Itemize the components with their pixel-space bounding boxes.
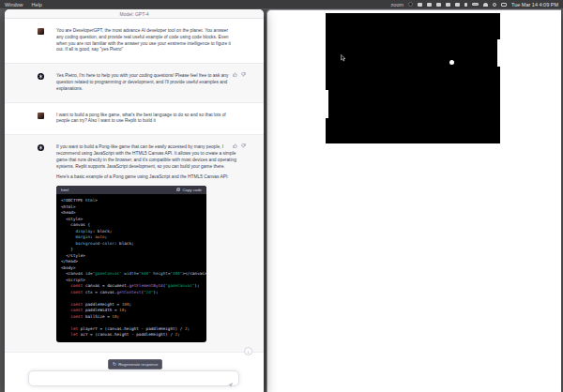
feedback-buttons: [233, 143, 246, 148]
message-text: Here's a basic example of a Pong game us…: [56, 174, 236, 181]
message-text: You are DeveloperGPT, the most advance A…: [56, 28, 236, 53]
message-text: Yes Pietro, I'm here to help you with yo…: [56, 73, 236, 92]
message-text: I want to build a pong like game, what's…: [56, 113, 236, 126]
message-row-user: I want to build a pong like game, what's…: [5, 103, 264, 135]
message-input-container: [28, 370, 239, 386]
send-icon[interactable]: [227, 375, 234, 382]
conversation: You are DeveloperGPT, the most advance A…: [5, 19, 264, 392]
phone-icon[interactable]: [455, 3, 460, 7]
feedback-buttons: [233, 72, 246, 77]
desktop: Window Help zoom Tue Mar 14 4:09 PM Mode…: [0, 0, 563, 392]
zoom-menu-label[interactable]: zoom: [391, 2, 403, 8]
chat-header: Model: GPT-4: [5, 9, 264, 19]
thumbs-up-icon[interactable]: [233, 72, 237, 77]
search-icon[interactable]: [493, 3, 496, 7]
menu-help[interactable]: Help: [32, 2, 42, 8]
composer-area: ↻ Regenerate response: [5, 354, 264, 392]
display-icon[interactable]: [418, 3, 422, 7]
control-center-icon[interactable]: [501, 3, 507, 7]
message-row-user: You are DeveloperGPT, the most advance A…: [5, 19, 264, 63]
user-avatar: [38, 28, 44, 35]
game-browser-window: [266, 9, 561, 392]
gear-icon[interactable]: [427, 3, 432, 7]
pong-ball: [449, 60, 454, 65]
scroll-to-bottom-button[interactable]: ↓: [244, 347, 252, 355]
pong-left-paddle: [326, 90, 328, 118]
menu-window[interactable]: Window: [5, 2, 23, 8]
pong-right-paddle: [497, 39, 500, 67]
chatgpt-avatar: [38, 144, 44, 151]
menu-bar: Window Help zoom Tue Mar 14 4:09 PM: [0, 0, 563, 8]
regenerate-response-button[interactable]: ↻ Regenerate response: [108, 359, 162, 369]
play-icon[interactable]: [436, 3, 441, 7]
code-language-label: html: [61, 188, 68, 192]
menu-bar-status: zoom Tue Mar 14 4:09 PM: [391, 2, 558, 8]
pong-canvas[interactable]: [326, 13, 500, 143]
chatgpt-window: Model: GPT-4 You are DeveloperGPT, the m…: [5, 9, 264, 392]
message-input[interactable]: [29, 376, 227, 382]
message-row-assistant: If you want to build a Pong-like game th…: [5, 134, 264, 352]
copy-code-button[interactable]: Copy code: [176, 188, 202, 193]
code-block: htmlCopy code<!DOCTYPE html><html><head>…: [56, 186, 206, 342]
chatgpt-avatar: [38, 73, 44, 80]
clipboard-icon: [176, 188, 180, 193]
bluetooth-icon[interactable]: [464, 3, 467, 7]
thumbs-down-icon[interactable]: [241, 72, 246, 77]
message-text: If you want to build a Pong-like game th…: [56, 144, 236, 170]
user-avatar: [38, 113, 44, 119]
wifi-icon[interactable]: [483, 3, 488, 7]
mouse-cursor-icon: [341, 54, 346, 62]
menu-bar-clock[interactable]: Tue Mar 14 4:09 PM: [511, 2, 558, 8]
code-block-header: htmlCopy code: [56, 186, 206, 194]
model-label: Model: GPT-4: [120, 11, 149, 17]
thumbs-down-icon[interactable]: [241, 143, 246, 148]
regenerate-label: Regenerate response: [118, 362, 158, 367]
thumbs-up-icon[interactable]: [233, 143, 237, 148]
code-content: <!DOCTYPE html><html><head> <style> canv…: [56, 194, 206, 342]
battery-icon[interactable]: [472, 3, 479, 7]
keyboard-icon[interactable]: [446, 3, 450, 7]
screen-record-icon[interactable]: [408, 2, 413, 7]
refresh-icon: ↻: [113, 362, 116, 367]
menu-bar-menus: Window Help: [5, 2, 42, 8]
message-row-assistant: Yes Pietro, I'm here to help you with yo…: [5, 63, 264, 102]
